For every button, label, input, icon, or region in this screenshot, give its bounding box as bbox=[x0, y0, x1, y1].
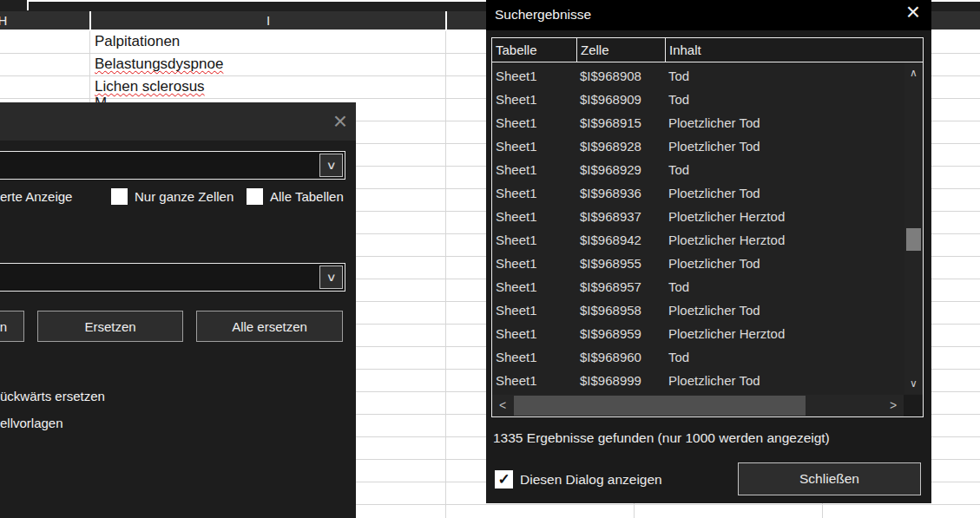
vertical-scrollbar-thumb[interactable] bbox=[906, 228, 921, 251]
results-count-status: 1335 Ergebnisse gefunden (nur 1000 werde… bbox=[493, 429, 830, 448]
result-cell: $I$968909 bbox=[576, 88, 665, 111]
result-cell: Ploetzlicher Herztod bbox=[665, 322, 904, 345]
scroll-left-icon[interactable]: < bbox=[494, 395, 511, 416]
result-row[interactable]: Sheet1$I$968929Tod bbox=[492, 158, 904, 181]
checkbox-all-sheets[interactable] bbox=[247, 188, 263, 205]
cell-text[interactable]: Belastungsdyspnoe bbox=[95, 53, 223, 75]
result-cell: $I$968936 bbox=[576, 181, 665, 205]
result-cell: Sheet1 bbox=[492, 134, 576, 158]
result-row[interactable]: Sheet1$I$968958Ploetzlicher Tod bbox=[492, 298, 904, 322]
result-cell: Sheet1 bbox=[492, 181, 576, 205]
dropdown-button[interactable]: ∨ bbox=[319, 154, 343, 177]
result-cell: Sheet1 bbox=[492, 345, 576, 369]
chevron-down-icon: ∨ bbox=[326, 272, 336, 283]
search-all-button[interactable]: n bbox=[0, 311, 24, 342]
option-label-formatted-display: erte Anzeige bbox=[0, 187, 72, 207]
result-cell: Sheet1 bbox=[492, 275, 576, 298]
result-row[interactable]: Sheet1$I$968957Tod bbox=[492, 275, 904, 298]
results-list: Sheet1$I$968908TodSheet1$I$968909TodShee… bbox=[492, 62, 904, 394]
scroll-down-icon[interactable]: ∨ bbox=[904, 375, 923, 392]
find-replace-titlebar: × bbox=[0, 102, 356, 141]
check-icon: ✓ bbox=[497, 470, 510, 488]
replace-all-button[interactable]: Alle ersetzen bbox=[196, 311, 343, 342]
result-cell: Tod bbox=[665, 158, 904, 181]
header-inhalt[interactable]: Inhalt bbox=[665, 38, 923, 62]
result-cell: Ploetzlicher Tod bbox=[665, 252, 904, 275]
replace-button[interactable]: Ersetzen bbox=[37, 311, 183, 342]
result-cell: Ploetzlicher Tod bbox=[665, 181, 904, 205]
result-row[interactable]: Sheet1$I$968942Ploetzlicher Herztod bbox=[492, 228, 904, 252]
result-cell: $I$968942 bbox=[576, 228, 665, 252]
result-cell: $I$968929 bbox=[576, 158, 665, 181]
option-label-cell-styles: ellvorlagen bbox=[0, 415, 63, 432]
result-cell: Sheet1 bbox=[492, 205, 576, 228]
header-tabelle[interactable]: Tabelle bbox=[492, 38, 576, 62]
result-cell: Sheet1 bbox=[492, 88, 576, 111]
result-cell: $I$968915 bbox=[576, 111, 665, 134]
horizontal-scrollbar-thumb[interactable] bbox=[514, 396, 806, 416]
result-cell: Ploetzlicher Herztod bbox=[665, 205, 904, 228]
column-header-h[interactable]: H bbox=[0, 11, 10, 30]
result-row[interactable]: Sheet1$I$968955Ploetzlicher Tod bbox=[492, 252, 904, 275]
close-button[interactable]: Schließen bbox=[738, 462, 921, 495]
column-gridline bbox=[445, 31, 446, 518]
result-row[interactable]: Sheet1$I$968937Ploetzlicher Herztod bbox=[492, 205, 904, 228]
result-cell: Ploetzlicher Herztod bbox=[665, 228, 904, 252]
result-row[interactable]: Sheet1$I$968960Tod bbox=[492, 345, 904, 369]
dropdown-button[interactable]: ∨ bbox=[319, 266, 343, 289]
results-table-header: Tabelle Zelle Inhalt bbox=[492, 38, 923, 62]
search-results-dialog: Suchergebnisse × Tabelle Zelle Inhalt Sh… bbox=[486, 0, 931, 503]
result-cell: $I$968959 bbox=[576, 322, 665, 345]
option-label-all-sheets: Alle Tabellen bbox=[270, 187, 344, 207]
show-dialog-checkbox[interactable]: ✓ bbox=[495, 470, 513, 488]
result-cell: $I$968999 bbox=[576, 369, 665, 392]
column-separator bbox=[445, 11, 447, 30]
scrollbar-corner bbox=[904, 395, 923, 416]
replace-combobox[interactable]: ∨ bbox=[0, 263, 345, 292]
result-cell: $I$968955 bbox=[576, 252, 665, 275]
result-cell: Ploetzlicher Tod bbox=[665, 298, 904, 322]
result-cell: Tod bbox=[665, 345, 904, 369]
result-cell: $I$968937 bbox=[576, 205, 665, 228]
search-results-titlebar: Suchergebnisse × bbox=[486, 0, 931, 30]
result-cell: Tod bbox=[665, 64, 904, 88]
result-cell: Ploetzlicher Tod bbox=[665, 369, 904, 392]
header-zelle[interactable]: Zelle bbox=[576, 38, 665, 62]
result-cell: $I$968958 bbox=[576, 298, 665, 322]
result-cell: Sheet1 bbox=[492, 322, 576, 345]
search-combobox[interactable]: ∨ bbox=[0, 151, 345, 180]
result-cell: Sheet1 bbox=[492, 158, 576, 181]
find-replace-dialog: × ∨ erte Anzeige Nur ganze Zellen Alle T… bbox=[0, 102, 356, 518]
result-row[interactable]: Sheet1$I$968959Ploetzlicher Herztod bbox=[492, 322, 904, 345]
show-dialog-label: Diesen Dialog anzeigen bbox=[520, 470, 662, 489]
result-row[interactable]: Sheet1$I$968915Ploetzlicher Tod bbox=[492, 111, 904, 134]
results-table: Tabelle Zelle Inhalt Sheet1$I$968908TodS… bbox=[491, 37, 924, 417]
result-cell: Sheet1 bbox=[492, 228, 576, 252]
result-row[interactable]: Sheet1$I$968999Ploetzlicher Tod bbox=[492, 369, 904, 392]
result-row[interactable]: Sheet1$I$968928Ploetzlicher Tod bbox=[492, 134, 904, 158]
result-cell: Sheet1 bbox=[492, 369, 576, 392]
search-options-row: erte Anzeige Nur ganze Zellen Alle Tabel… bbox=[0, 187, 356, 207]
horizontal-scrollbar[interactable]: < > bbox=[492, 395, 904, 416]
result-cell: $I$968960 bbox=[576, 345, 665, 369]
option-label-replace-backwards: ückwärts ersetzen bbox=[0, 388, 105, 405]
result-cell: Sheet1 bbox=[492, 298, 576, 322]
scroll-right-icon[interactable]: > bbox=[885, 395, 902, 416]
result-row[interactable]: Sheet1$I$968909Tod bbox=[492, 88, 904, 111]
close-icon[interactable]: × bbox=[333, 106, 347, 137]
result-cell: $I$968908 bbox=[576, 64, 665, 88]
result-cell: Sheet1 bbox=[492, 111, 576, 134]
scroll-up-icon[interactable]: ∧ bbox=[904, 64, 923, 82]
cell-text[interactable]: Palpitationen bbox=[95, 30, 180, 53]
option-label-whole-cells: Nur ganze Zellen bbox=[135, 187, 233, 207]
checkbox-whole-cells[interactable] bbox=[111, 188, 128, 205]
close-icon[interactable]: × bbox=[906, 0, 920, 28]
column-header-i[interactable]: I bbox=[90, 11, 446, 30]
result-row[interactable]: Sheet1$I$968908Tod bbox=[492, 64, 904, 88]
result-cell: Sheet1 bbox=[492, 252, 576, 275]
column-separator bbox=[89, 11, 91, 30]
result-row[interactable]: Sheet1$I$968936Ploetzlicher Tod bbox=[492, 181, 904, 205]
chevron-down-icon: ∨ bbox=[326, 160, 336, 171]
vertical-scrollbar[interactable]: ∧ ∨ bbox=[904, 62, 923, 394]
result-cell: $I$968957 bbox=[576, 275, 665, 298]
